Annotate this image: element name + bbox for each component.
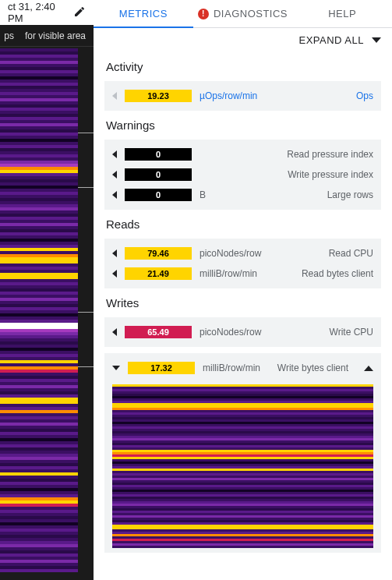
metric-row-read-pressure: 0 Read pressure index bbox=[112, 144, 373, 164]
chevron-up-icon[interactable] bbox=[364, 366, 373, 371]
left-panel: ct 31, 2:40 PM ps for visible area bbox=[0, 0, 94, 580]
expand-all-button[interactable]: EXPAND ALL bbox=[94, 28, 392, 52]
expand-all-label: EXPAND ALL bbox=[298, 34, 364, 46]
tab-label: HELP bbox=[328, 8, 356, 19]
metric-bar: 0 bbox=[125, 148, 192, 161]
axis-tick bbox=[78, 312, 94, 313]
left-sub-visible[interactable]: for visible area bbox=[25, 30, 86, 41]
metric-bar: 17.32 bbox=[128, 362, 195, 374]
expand-arrow-icon[interactable] bbox=[112, 270, 117, 278]
metric-bar: 0 bbox=[125, 189, 192, 201]
writes-group-expanded: 17.32 milliB/row/min Write bytes client bbox=[104, 353, 381, 553]
metric-label: Write bytes client bbox=[277, 362, 348, 373]
metric-label[interactable]: Ops bbox=[356, 90, 373, 101]
metric-label: Read bytes client bbox=[302, 268, 373, 279]
metric-unit: milliB/row/min bbox=[203, 362, 260, 373]
tab-diagnostics[interactable]: ! DIAGNOSTICS bbox=[193, 0, 293, 27]
metric-row-large-rows: 0 B Large rows bbox=[112, 185, 373, 205]
metric-unit: B bbox=[200, 189, 206, 200]
metric-bar: 0 bbox=[125, 168, 192, 181]
tab-label: METRICS bbox=[119, 8, 168, 19]
metric-bar: 21.49 bbox=[125, 267, 192, 280]
metric-bar: 65.49 bbox=[125, 326, 192, 338]
left-sub-ps[interactable]: ps bbox=[4, 30, 14, 41]
section-title-warnings: Warnings bbox=[106, 118, 381, 132]
chevron-down-icon bbox=[372, 37, 381, 43]
axis-tick bbox=[78, 366, 94, 367]
metric-unit: picoNodes/row bbox=[200, 248, 261, 259]
activity-group: 19.23 µOps/row/min Ops bbox=[104, 81, 381, 111]
section-title-writes: Writes bbox=[106, 296, 381, 309]
timestamp-label: ct 31, 2:40 PM bbox=[8, 1, 64, 24]
metric-row-ops: 19.23 µOps/row/min Ops bbox=[112, 86, 373, 106]
metric-label: Read CPU bbox=[329, 248, 373, 259]
metric-label: Write pressure index bbox=[288, 169, 373, 180]
right-panel: METRICS ! DIAGNOSTICS HELP EXPAND ALL Ac… bbox=[94, 0, 392, 580]
left-subheader: ps for visible area bbox=[0, 25, 94, 47]
metric-unit[interactable]: µOps/row/min bbox=[200, 90, 257, 101]
axis-tick bbox=[78, 133, 94, 133]
metric-row-read-cpu: 79.46 picoNodes/row Read CPU bbox=[112, 243, 373, 263]
main-heatmap[interactable] bbox=[0, 48, 78, 580]
metric-row-write-pressure: 0 Write pressure index bbox=[112, 164, 373, 185]
axis-tick bbox=[78, 187, 94, 188]
metric-label: Read pressure index bbox=[287, 149, 373, 160]
metric-unit: picoNodes/row bbox=[200, 327, 261, 338]
metric-row-read-bytes: 21.49 milliB/row/min Read bytes client bbox=[112, 263, 373, 284]
left-header: ct 31, 2:40 PM bbox=[0, 0, 94, 25]
metric-label: Large rows bbox=[327, 189, 373, 200]
expand-arrow-icon[interactable] bbox=[112, 171, 117, 179]
edit-icon[interactable] bbox=[73, 5, 86, 20]
expand-arrow-icon[interactable] bbox=[112, 191, 117, 199]
expand-arrow-icon[interactable] bbox=[112, 150, 117, 158]
metric-bar: 19.23 bbox=[125, 90, 192, 102]
metric-bar: 79.46 bbox=[125, 247, 192, 260]
tab-metrics[interactable]: METRICS bbox=[94, 0, 193, 27]
section-title-activity: Activity bbox=[106, 60, 381, 73]
tab-bar: METRICS ! DIAGNOSTICS HELP bbox=[94, 0, 392, 28]
writes-group: 65.49 picoNodes/row Write CPU bbox=[104, 317, 381, 347]
expand-arrow-icon[interactable] bbox=[112, 328, 117, 336]
metric-row-write-cpu: 65.49 picoNodes/row Write CPU bbox=[112, 322, 373, 342]
metric-label: Write CPU bbox=[330, 327, 373, 338]
reads-group: 79.46 picoNodes/row Read CPU 21.49 milli… bbox=[104, 239, 381, 288]
metric-row-write-bytes: 17.32 milliB/row/min Write bytes client bbox=[112, 358, 373, 378]
collapse-arrow-icon[interactable] bbox=[112, 366, 120, 370]
expand-arrow-icon[interactable] bbox=[112, 249, 117, 257]
write-bytes-heatmap[interactable] bbox=[112, 384, 373, 548]
tab-help[interactable]: HELP bbox=[292, 0, 392, 27]
section-title-reads: Reads bbox=[106, 218, 381, 231]
warning-icon: ! bbox=[198, 9, 209, 19]
tab-label: DIAGNOSTICS bbox=[214, 8, 288, 19]
expand-arrow-icon[interactable] bbox=[112, 92, 117, 100]
metrics-content: Activity 19.23 µOps/row/min Ops Warnings… bbox=[94, 52, 392, 564]
metric-unit: milliB/row/min bbox=[200, 268, 257, 279]
warnings-group: 0 Read pressure index 0 Write pressure i… bbox=[104, 140, 381, 210]
